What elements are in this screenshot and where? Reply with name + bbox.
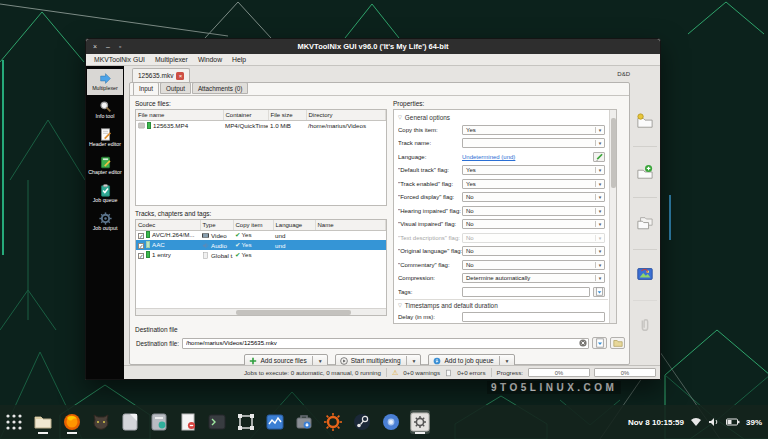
menu-window[interactable]: Window [193, 56, 227, 63]
tab-input[interactable]: Input [133, 82, 159, 95]
maximize-button[interactable]: ▫ [119, 43, 121, 50]
dropdown-original-language-flag[interactable]: No▾ [462, 246, 605, 256]
sidebar-item-info-tool[interactable]: Info tool [87, 97, 123, 123]
dropdown-hearing-impaired-flag[interactable]: No▾ [462, 206, 605, 216]
dropdown-copy-this-item[interactable]: Yes▾ [462, 125, 605, 135]
taskbar-mkvtoolnix-button[interactable] [410, 410, 430, 434]
column-header-file-size[interactable]: File size [268, 110, 306, 120]
taskbar-screenshot-tool-button[interactable] [236, 410, 256, 434]
attach-button[interactable] [633, 300, 657, 351]
section-header-general-options[interactable]: ▽General options [395, 111, 608, 123]
taskbar-chromium-button[interactable] [381, 410, 401, 434]
volume-icon[interactable] [708, 417, 720, 427]
add-files-button[interactable] [633, 96, 657, 146]
dropdown-track-enabled-flag[interactable]: Yes▾ [462, 179, 605, 189]
delay-input[interactable] [462, 312, 605, 322]
taskbar-terminal-button[interactable] [207, 410, 227, 434]
checkbox-checked-icon[interactable]: ✓ [138, 243, 144, 249]
properties-vertical-scrollbar[interactable] [609, 110, 616, 323]
file-tab-close-icon[interactable]: × [176, 72, 184, 80]
dropdown-compression[interactable]: Determine automatically▾ [462, 273, 605, 283]
scrollbar-thumb[interactable] [236, 310, 351, 315]
dropdown-track-name[interactable]: ▾ [462, 138, 605, 148]
clear-destination-icon[interactable] [579, 339, 587, 347]
column-header-directory[interactable]: Directory [306, 110, 386, 120]
sidebar-item-job-queue[interactable]: Job queue [87, 181, 123, 207]
add-as-additional-parts-button[interactable] [633, 197, 657, 248]
taskbar-app-grid-button[interactable] [4, 410, 24, 434]
source-file-row[interactable]: 125635.MP4MP4/QuickTime1.0 MiB/home/mari… [136, 120, 386, 130]
column-header-file-name[interactable]: File name [136, 110, 223, 120]
edit-language-button[interactable] [593, 152, 605, 162]
language-link[interactable]: Undetermined (und) [462, 154, 515, 160]
dropdown-forced-display-flag[interactable]: No▾ [462, 192, 605, 202]
taskbar-software-installer-button[interactable] [294, 410, 314, 434]
track-row[interactable]: ✓AACAudio✔Yesund [136, 240, 386, 250]
taskbar-package-manager-button[interactable] [149, 410, 169, 434]
property-label: Language: [398, 154, 462, 160]
dropdown-visual-impaired-flag[interactable]: No▾ [462, 219, 605, 229]
append-files-icon [636, 164, 654, 181]
menu-multiplexer[interactable]: Multiplexer [150, 56, 193, 63]
taskbar-steam-button[interactable] [352, 410, 372, 434]
tab-output[interactable]: Output [160, 82, 191, 94]
checkbox-checked-icon[interactable]: ✓ [138, 233, 144, 239]
track-row[interactable]: ✓1 entryGlobal t...✔Yes [136, 250, 386, 260]
track-row[interactable]: ✓AVC/H.264/M...Video✔Yesund [136, 230, 386, 240]
dropdown-value: Determine automatically [463, 275, 595, 281]
column-header-codec[interactable]: Codec [136, 220, 200, 230]
queue-icon [433, 357, 441, 365]
minimize-button[interactable]: – [106, 43, 110, 50]
browse-tags-button[interactable] [593, 287, 605, 297]
dropdown-default-track-flag[interactable]: Yes▾ [462, 165, 605, 175]
section-header-timestamps-and-default-duration[interactable]: ▽Timestamps and default duration [395, 299, 608, 311]
taskbar-file-manager-button[interactable] [33, 410, 53, 434]
save-destination-button[interactable] [592, 337, 607, 349]
column-header-type[interactable]: Type [200, 220, 233, 230]
taskbar-cat-app-button[interactable] [91, 410, 111, 434]
destination-file-input[interactable] [182, 338, 589, 349]
sidebar-item-multiplexer[interactable]: Multiplexer [87, 69, 123, 95]
chevron-down-icon[interactable]: ▼ [503, 358, 512, 364]
column-header-language[interactable]: Language [273, 220, 315, 230]
file-tab[interactable]: 125635.mkv × [132, 68, 190, 82]
system-tray[interactable]: Nov 8 10:15:59 39% [628, 405, 762, 439]
column-header-copy-item[interactable]: Copy item [233, 220, 273, 230]
clock[interactable]: Nov 8 10:15:59 [628, 418, 684, 427]
sidebar-item-chapter-editor[interactable]: Chapter editor [87, 153, 123, 179]
package-manager-icon [149, 412, 169, 432]
source-files-table[interactable]: File nameContainerFile sizeDirectory1256… [135, 109, 387, 206]
checkbox-checked-icon[interactable]: ✓ [138, 253, 144, 259]
browse-destination-button[interactable] [610, 337, 625, 349]
dropdown-commentary-flag[interactable]: No▾ [462, 260, 605, 270]
taskbar-document-viewer-button[interactable] [178, 410, 198, 434]
chevron-down-icon[interactable]: ▼ [316, 358, 325, 364]
column-header-name[interactable]: Name [315, 220, 386, 230]
sidebar-item-header-editor[interactable]: Header editor [87, 125, 123, 151]
track-type-cell: Video [200, 230, 233, 240]
scrollbar-thumb[interactable] [611, 118, 616, 188]
taskbar-orange-app-button[interactable] [323, 410, 343, 434]
tab-attachments-0[interactable]: Attachments (0) [192, 82, 248, 94]
taskbar-system-monitor-button[interactable] [265, 410, 285, 434]
close-button[interactable]: × [93, 43, 97, 50]
taskbar-firefox-button[interactable] [62, 410, 82, 434]
tracks-horizontal-scrollbar[interactable] [136, 308, 386, 315]
taskbar-text-editor-button[interactable] [120, 410, 140, 434]
window-titlebar[interactable]: × – ▫ MKVToolNix GUI v96.0 ('It's My Lif… [86, 39, 660, 54]
column-header-container[interactable]: Container [223, 110, 268, 120]
tool-sidebar: MultiplexerInfo toolHeader editorChapter… [86, 66, 124, 379]
append-files-button[interactable] [633, 146, 657, 197]
dropdown-value: No [463, 194, 595, 200]
menu-mkvtoolnix-gui[interactable]: MKVToolNix GUI [89, 56, 150, 63]
action-button-label: Add to job queue [444, 357, 493, 364]
wifi-icon[interactable] [690, 417, 702, 427]
tags-input[interactable] [462, 287, 590, 297]
sidebar-item-job-output[interactable]: Job output [87, 209, 123, 235]
add-attachments-button[interactable] [633, 249, 657, 300]
tracks-table[interactable]: CodecTypeCopy itemLanguageName✓AVC/H.264… [135, 219, 387, 316]
battery-icon[interactable] [726, 418, 740, 426]
chevron-down-icon[interactable]: ▼ [410, 358, 419, 364]
menu-help[interactable]: Help [227, 56, 251, 63]
file-tab-label: 125635.mkv [138, 72, 173, 79]
